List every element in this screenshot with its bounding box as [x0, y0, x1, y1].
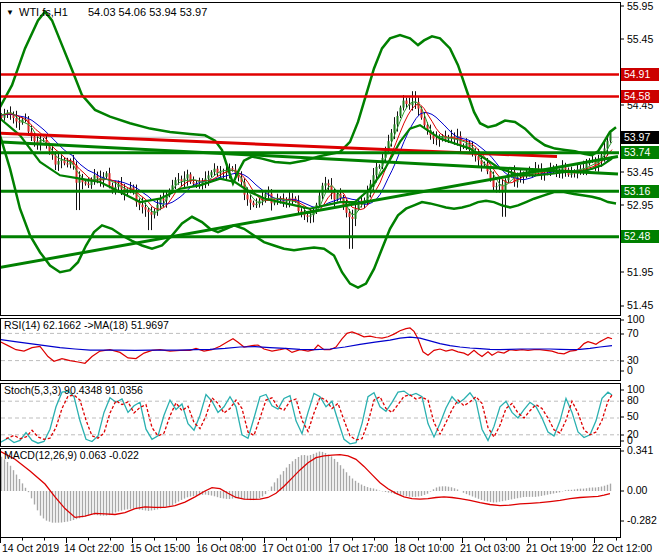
bearish-candle [334, 193, 336, 200]
green-ascending-trendline[interactable] [0, 157, 618, 268]
macd-panel-label: MACD(12,26,9) 0.063 -0.022 [4, 450, 139, 461]
bullish-candle [265, 194, 267, 198]
bullish-candle [214, 169, 216, 172]
bullish-candle [412, 103, 414, 106]
bullish-candle [379, 166, 381, 167]
bullish-candle [211, 172, 213, 175]
bearish-candle [247, 195, 249, 200]
bullish-candle [496, 186, 498, 187]
bearish-candle [16, 118, 18, 121]
time-axis-label[interactable]: 22 Oct 12:00 [592, 543, 652, 554]
bullish-candle [319, 196, 321, 205]
time-axis-label[interactable]: 21 Oct 03:00 [460, 543, 520, 554]
resistance-price-badge: 54.91 [621, 68, 659, 81]
bullish-candle [400, 108, 402, 116]
price-tick[interactable]: 51.95 [627, 267, 653, 278]
bearish-candle [19, 121, 21, 122]
support-price-badge: 52.48 [621, 230, 659, 243]
bearish-candle [352, 217, 354, 219]
time-axis-label[interactable]: 18 Oct 10:00 [394, 543, 454, 554]
rsi-panel[interactable] [0, 328, 620, 363]
bearish-candle [424, 118, 426, 125]
bullish-candle [403, 101, 405, 108]
bullish-candle [58, 161, 60, 165]
bullish-candle [178, 179, 180, 180]
bearish-candle [436, 139, 438, 140]
support-price-badge: 53.74 [621, 146, 659, 159]
stochastic-panel[interactable] [0, 391, 620, 444]
support-price-badge: 53.16 [621, 185, 659, 198]
bullish-candle [106, 173, 108, 177]
rsi-axis-tick[interactable]: 70 [627, 328, 639, 339]
chart-canvas[interactable] [0, 0, 660, 560]
rsi-panel-label: RSI(14) 62.1662 ->MA(18) 51.9697 [4, 320, 169, 331]
symbol-period-label[interactable]: WTI.fs,H1 [19, 6, 68, 18]
bullish-candle [310, 215, 312, 217]
stoch-d-line [6, 395, 612, 440]
price-tick[interactable]: 51.45 [627, 300, 653, 311]
time-axis-label[interactable]: 21 Oct 19:00 [526, 543, 586, 554]
bearish-candle [232, 168, 234, 169]
bullish-candle [274, 202, 276, 203]
time-axis-label[interactable]: 16 Oct 08:00 [196, 543, 256, 554]
bearish-candle [163, 199, 165, 201]
macd-axis-tick[interactable]: 0.00 [627, 485, 647, 496]
bullish-candle [286, 201, 288, 202]
price-tick[interactable]: 53.45 [627, 167, 653, 178]
time-axis-label[interactable]: 17 Oct 01:00 [262, 543, 322, 554]
terminal-chart-window: ▼ WTI.fs,H1 54.03 54.06 53.94 53.97 RSI(… [0, 0, 660, 560]
macd-axis-tick[interactable]: -0.282 [627, 515, 657, 526]
bearish-candle [76, 165, 78, 183]
price-tick[interactable]: 55.95 [627, 1, 653, 12]
bearish-candle [13, 115, 15, 118]
bearish-candle [250, 199, 252, 202]
current-price-badge: 53.97 [621, 131, 659, 144]
time-axis-label[interactable]: 15 Oct 15:00 [130, 543, 190, 554]
bearish-candle [34, 136, 36, 141]
bearish-candle [148, 210, 150, 212]
bearish-candle [490, 171, 492, 178]
rsi-axis-tick[interactable]: 100 [627, 314, 645, 325]
time-axis-label[interactable]: 14 Oct 22:00 [64, 543, 124, 554]
main-price-panel[interactable] [0, 12, 620, 288]
bullish-candle [220, 172, 222, 173]
price-tick[interactable]: 52.95 [627, 200, 653, 211]
bearish-candle [565, 167, 567, 169]
stoch-k-line [0, 391, 612, 444]
bearish-candle [253, 203, 255, 205]
quote-ohlc-label: 54.03 54.06 53.94 53.97 [88, 6, 207, 18]
resistance-price-badge: 54.58 [621, 90, 659, 103]
stoch-panel-label: Stoch(5,3,3) 90.4348 91.0356 [4, 385, 143, 396]
bearish-candle [292, 198, 294, 199]
bullish-candle [208, 175, 210, 178]
stoch-axis-tick[interactable]: 80 [627, 395, 639, 406]
bearish-candle [328, 183, 330, 185]
bearish-candle [181, 179, 183, 180]
time-axis-label[interactable]: 17 Oct 17:00 [328, 543, 388, 554]
rsi-axis-tick[interactable]: 0 [627, 365, 633, 376]
bullish-candle [61, 160, 63, 161]
bullish-candle [325, 183, 327, 185]
price-tick[interactable]: 55.45 [627, 34, 653, 45]
bearish-candle [193, 182, 195, 184]
bullish-candle [256, 204, 258, 205]
bearish-candle [88, 184, 90, 185]
bullish-candle [376, 167, 378, 175]
symbol-dropdown-icon[interactable]: ▼ [6, 9, 14, 17]
bearish-candle [349, 213, 351, 217]
bearish-candle [406, 101, 408, 104]
macd-axis-tick[interactable]: 0.341 [627, 445, 653, 456]
rsi-ma-line [0, 337, 612, 350]
bearish-candle [145, 207, 147, 209]
bullish-candle [394, 124, 396, 132]
mid-band-line[interactable] [0, 119, 612, 209]
bearish-candle [307, 215, 309, 216]
stoch-axis-tick[interactable]: 50 [627, 411, 639, 422]
bearish-candle [67, 163, 69, 164]
time-axis-label[interactable]: 14 Oct 2019 [2, 543, 59, 554]
macd-panel[interactable] [0, 451, 611, 523]
bullish-candle [397, 116, 399, 124]
bullish-candle [337, 194, 339, 200]
bearish-candle [142, 205, 144, 207]
bullish-candle [187, 174, 189, 178]
